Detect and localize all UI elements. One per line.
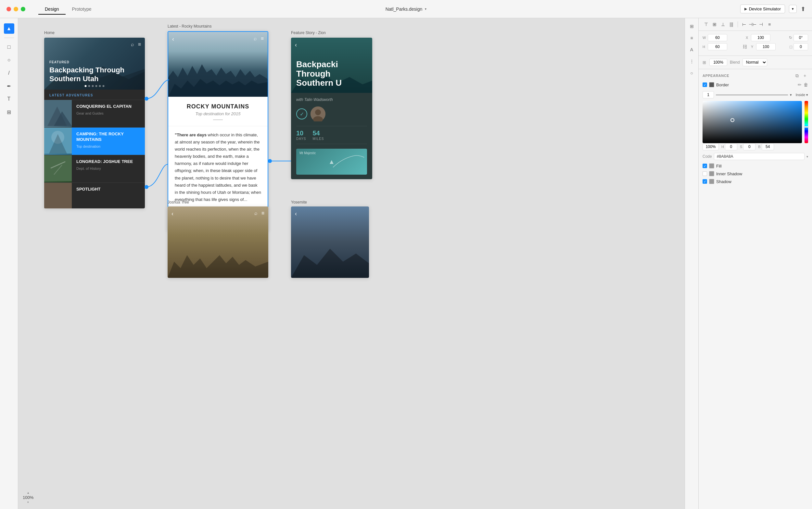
component-tool[interactable]: ⊞ [4,107,14,117]
color-opacity-input[interactable] [703,143,719,150]
minimize-button[interactable] [14,7,18,11]
border-style-dropdown[interactable]: ▾ [790,93,792,97]
hex-code-input[interactable] [714,153,805,160]
blend-select[interactable]: Normal Multiply Screen Overlay [743,59,767,66]
play-icon: ▶ [744,7,747,11]
device-sim-dropdown[interactable]: ▾ [789,5,797,13]
zoom-down-arrow[interactable]: ▾ [27,501,29,504]
menu-icon[interactable]: ≡ [138,41,141,47]
feature-hero-text: Backpacki Through Southern U [296,60,367,88]
dot-5[interactable] [99,85,101,87]
inner-shadow-color-swatch[interactable] [709,171,714,176]
align-bottom-icon[interactable]: ⊥ [719,21,726,28]
color-cursor[interactable] [730,118,735,122]
share-button[interactable]: ⬆ [801,5,806,13]
line-tool[interactable]: / [4,68,14,78]
select-tool[interactable]: ▲ [4,23,14,34]
border-position-dropdown[interactable]: Inside ▾ [796,93,808,97]
panel-circle-icon[interactable]: ○ [688,69,696,77]
hue-cursor[interactable] [804,126,809,128]
align-center-v-icon[interactable]: ⊣⊢ [749,21,756,28]
back-icon[interactable]: ‹ [172,36,174,42]
inner-shadow-checkbox[interactable] [703,171,707,176]
y-input[interactable] [756,43,776,50]
device-sim-label: Device Simulator [749,6,781,11]
tab-prototype[interactable]: Prototype [66,4,98,14]
tab-design[interactable]: Design [38,4,66,14]
dot-2[interactable] [88,85,90,87]
rocky-menu-icon[interactable]: ≡ [261,36,264,41]
rectangle-tool[interactable]: □ [4,42,14,52]
shadow-color-swatch[interactable] [709,179,714,184]
list-item-longread[interactable]: LONGREAD: JOSHUE TREE Dept. of History [44,155,145,182]
align-right-icon[interactable]: ⊣ [757,21,765,28]
appearance-copy-button[interactable]: ⧉ [794,72,800,79]
frame-feature[interactable]: ‹ Backpacki Through Southern U with Tali… [291,38,372,179]
circle-tool[interactable]: ○ [4,55,14,65]
hue-input[interactable] [725,143,737,150]
align-left-icon[interactable]: ⊢ [741,21,748,28]
dot-4[interactable] [96,85,97,87]
align-distribute-v-icon[interactable]: ≡ [766,21,773,28]
list-thumb-elcapitan [44,100,72,127]
maximize-button[interactable] [21,7,25,11]
code-dropdown-icon[interactable]: ▾ [807,155,808,159]
border-checkbox[interactable] [703,82,707,87]
align-distribute-icon[interactable]: ||| [728,21,735,28]
joshua-menu-icon[interactable]: ≡ [261,210,264,216]
corner-input[interactable] [793,43,808,50]
panel-text-icon[interactable]: A [688,45,696,54]
list-content-elcapitan: CONQUERING EL CAPITAN Gear and Guides [72,100,145,127]
zoom-indicator[interactable]: ▲ 100% ▾ [23,491,33,504]
shadow-label: Shadow [716,179,808,184]
rotate-input[interactable] [793,34,808,41]
align-top-icon[interactable]: ⊤ [703,21,710,28]
chain-icon[interactable]: ⛓ [743,44,747,49]
pen-tool[interactable]: ✒ [4,81,14,91]
joshua-back-icon[interactable]: ‹ [171,210,173,217]
color-gradient[interactable] [703,101,802,143]
fill-color-swatch[interactable] [709,163,714,168]
align-middle-h-icon[interactable]: ⊞ [711,21,718,28]
appearance-add-button[interactable]: + [802,72,808,79]
feature-map[interactable]: Mt Majestic ▲ [296,149,367,175]
list-item-elcapitan[interactable]: CONQUERING EL CAPITAN Gear and Guides [44,100,145,127]
w-input[interactable] [708,34,727,41]
list-content-longread: LONGREAD: JOSHUE TREE Dept. of History [72,155,145,182]
border-width-input[interactable] [703,91,714,98]
close-button[interactable] [6,7,11,11]
x-input[interactable] [751,34,771,41]
border-item: Border ✏ 🗑 [703,82,808,87]
frame-home[interactable]: ⌕ ≡ FEATURED Backpacking Through Souther… [44,38,145,208]
device-simulator-button[interactable]: ▶ Device Simulator [740,5,785,13]
panel-align-icon[interactable]: ⊞ [688,22,696,31]
rocky-search-icon[interactable]: ⌕ [254,36,257,41]
border-color-swatch[interactable] [709,82,714,87]
dot-3[interactable] [92,85,94,87]
bright-input[interactable] [762,143,774,150]
border-delete-icon[interactable]: 🗑 [804,82,808,87]
dot-1[interactable] [85,85,87,87]
text-tool[interactable]: T [4,94,14,104]
hue-bar[interactable] [805,101,808,143]
search-icon[interactable]: ⌕ [131,41,134,47]
list-item-camping[interactable]: CAMPING: THE ROCKY MOUNTAINS Top destina… [44,127,145,155]
joshua-search-icon[interactable]: ⌕ [254,210,258,216]
h-input[interactable] [708,43,727,50]
shadow-checkbox[interactable] [703,179,707,184]
fill-checkbox[interactable] [703,164,707,168]
zoom-up-arrow[interactable]: ▲ [27,491,30,495]
panel-filter-icon[interactable]: ≡ [688,34,696,42]
frame-yosemite[interactable]: ‹ [291,206,369,278]
border-edit-icon[interactable]: ✏ [798,82,802,87]
list-item-spotlight[interactable]: SPOTLIGHT [44,182,145,208]
dot-6[interactable] [103,85,105,87]
frame-joshua[interactable]: ‹ ⌕ ≡ [168,206,268,278]
opacity-input[interactable] [709,59,727,66]
yosemite-back-icon[interactable]: ‹ [295,210,297,217]
panel-link-icon[interactable]: ⋮ [688,57,696,66]
sat-input[interactable] [743,143,755,150]
fill-item: Fill [703,163,808,168]
title-chevron-icon[interactable]: ▾ [425,7,426,11]
feature-back-icon[interactable]: ‹ [295,41,297,48]
